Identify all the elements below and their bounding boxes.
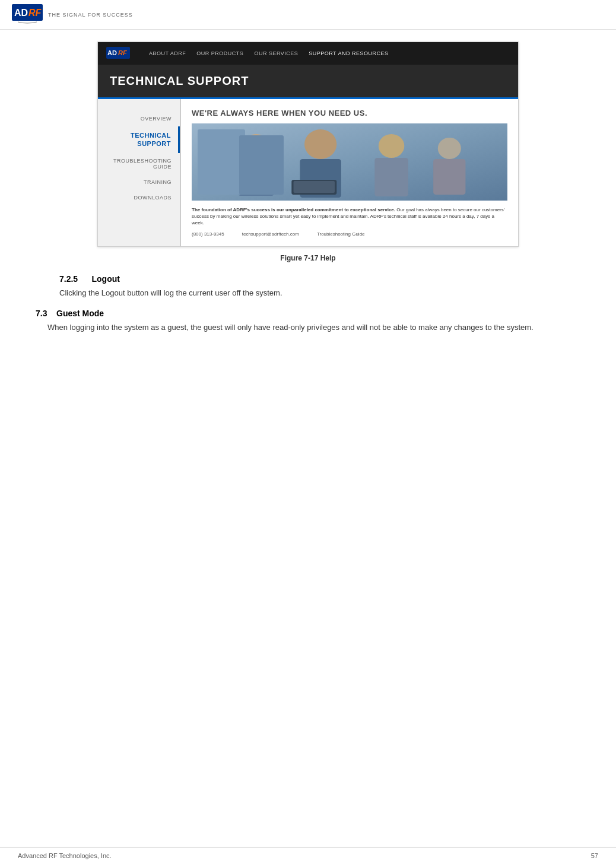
sidebar-item-technical-support[interactable]: TECHNICALSUPPORT: [98, 126, 180, 153]
footer-page-number: 57: [591, 852, 598, 859]
description-bold: The foundation of ADRF's success is our …: [192, 207, 395, 212]
email-address[interactable]: techsupport@adrftech.com: [242, 231, 299, 237]
section-7-3-title: Guest Mode: [56, 309, 104, 318]
section-7-3-heading: 7.3 Guest Mode: [36, 309, 580, 318]
support-main-panel: WE'RE ALWAYS HERE WHEN YOU NEED US.: [181, 99, 518, 246]
nav-about[interactable]: ABOUT ADRF: [149, 50, 186, 56]
tech-support-banner: TECHNICAL SUPPORT: [98, 65, 518, 99]
adrf-small-logo: AD RF: [106, 47, 131, 60]
svg-rect-16: [433, 159, 465, 195]
support-description: The foundation of ADRF's success is our …: [192, 207, 507, 227]
svg-rect-12: [374, 158, 408, 196]
svg-point-11: [379, 134, 404, 158]
sidebar-item-overview[interactable]: OVERVIEW: [98, 111, 180, 126]
adrf-logo-icon: AD RF: [12, 4, 45, 26]
troubleshooting-link[interactable]: Troubleshooting Guide: [317, 231, 365, 237]
phone-number[interactable]: (800) 313-9345: [192, 231, 224, 237]
svg-text:RF: RF: [28, 8, 42, 18]
nav-services[interactable]: OUR SERVICES: [254, 50, 298, 56]
sidebar-item-downloads[interactable]: DOWNLOADS: [98, 190, 180, 205]
support-photo-icon: [192, 123, 507, 201]
svg-rect-14: [294, 181, 335, 193]
website-screenshot: AD RF ABOUT ADRF OUR PRODUCTS OUR SERVIC…: [97, 42, 519, 247]
section-7-2-5-heading: 7.2.5 Logout: [59, 274, 580, 284]
svg-text:RF: RF: [118, 49, 127, 56]
support-tagline: WE'RE ALWAYS HERE WHEN YOU NEED US.: [192, 109, 507, 117]
section-7-3: 7.3 Guest Mode When logging into the sys…: [36, 309, 580, 334]
nav-links: ABOUT ADRF OUR PRODUCTS OUR SERVICES SUP…: [149, 50, 388, 56]
section-7-3-body: When logging into the system as a guest,…: [47, 322, 580, 334]
svg-rect-8: [238, 160, 274, 196]
page-footer: Advanced RF Technologies, Inc. 57: [0, 847, 616, 864]
section-title: Logout: [91, 274, 119, 284]
figure-caption: Figure 7-17 Help: [36, 254, 580, 262]
nav-products[interactable]: OUR PRODUCTS: [196, 50, 243, 56]
company-tagline: THE SIGNAL FOR SUCCESS: [48, 12, 133, 18]
svg-text:AD: AD: [107, 49, 117, 56]
footer-company: Advanced RF Technologies, Inc.: [18, 852, 112, 859]
section-7-2-5-body: Clicking the Logout button will log the …: [59, 287, 580, 300]
left-sidebar: OVERVIEW TECHNICALSUPPORT TROUBLESHOOTIN…: [98, 99, 181, 246]
tech-support-title: TECHNICAL SUPPORT: [110, 74, 249, 87]
section-number: 7.2.5: [59, 274, 78, 284]
contact-row: (800) 313-9345 techsupport@adrftech.com …: [192, 231, 507, 237]
company-logo: AD RF THE SIGNAL FOR SUCCESS: [12, 4, 133, 26]
section-7-2-5: 7.2.5 Logout Clicking the Logout button …: [36, 274, 580, 300]
content-area: OVERVIEW TECHNICALSUPPORT TROUBLESHOOTIN…: [98, 99, 518, 246]
sidebar-item-training[interactable]: TRAINING: [98, 174, 180, 190]
adrf-nav-bar: AD RF ABOUT ADRF OUR PRODUCTS OUR SERVIC…: [98, 42, 518, 65]
sidebar-item-troubleshooting[interactable]: TROUBLESHOOTINGGUIDE: [98, 153, 180, 174]
svg-text:AD: AD: [14, 8, 28, 18]
svg-point-15: [438, 138, 461, 159]
page-header: AD RF THE SIGNAL FOR SUCCESS: [0, 0, 616, 30]
adrf-nav-logo-icon: AD RF: [106, 47, 131, 60]
support-image: [192, 123, 507, 201]
main-content: AD RF ABOUT ADRF OUR PRODUCTS OUR SERVIC…: [0, 30, 616, 353]
svg-point-7: [242, 134, 271, 160]
nav-support[interactable]: SUPPORT AND RESOURCES: [309, 50, 388, 56]
svg-point-9: [304, 129, 336, 159]
section-7-3-number: 7.3: [36, 309, 47, 318]
